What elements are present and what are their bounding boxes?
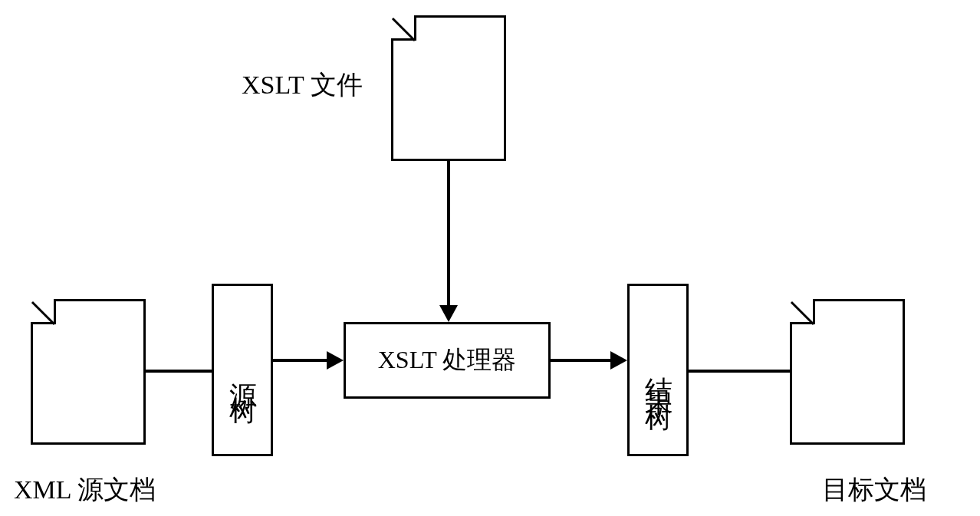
xslt-file-icon [391, 15, 506, 161]
xml-source-doc-label: XML 源文档 [14, 472, 156, 508]
connector-source-tree-to-processor [273, 359, 328, 362]
target-doc-icon [790, 299, 905, 445]
arrow-xslt-to-processor [439, 305, 458, 322]
connector-xslt-to-processor [447, 161, 450, 307]
xml-source-doc-icon [31, 299, 146, 445]
result-tree-box: 结果树 [627, 284, 689, 456]
arrow-source-tree-to-processor [327, 351, 344, 370]
arrow-processor-to-result-tree [610, 351, 627, 370]
xslt-processor-box: XSLT 处理器 [344, 322, 551, 399]
connector-xml-to-source-tree [146, 370, 212, 373]
connector-result-tree-to-target [689, 370, 790, 373]
xslt-file-label: XSLT 文件 [242, 67, 363, 103]
target-doc-label: 目标文档 [822, 472, 926, 508]
source-tree-box: 源树 [212, 284, 273, 456]
connector-processor-to-result-tree [551, 359, 612, 362]
